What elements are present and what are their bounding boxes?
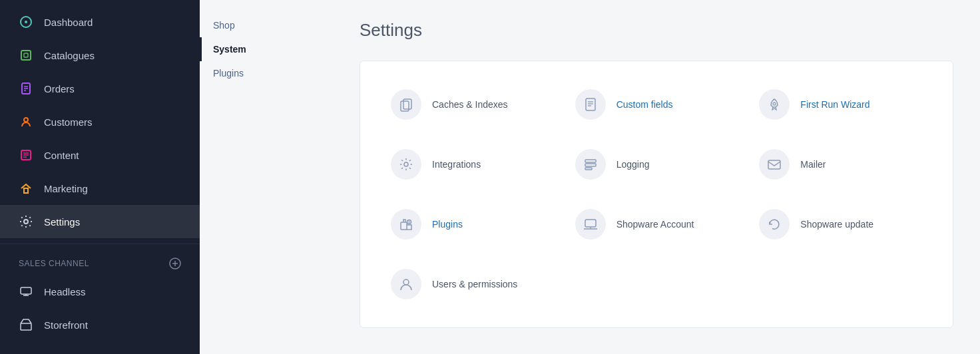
sidebar-item-storefront[interactable]: Storefront xyxy=(0,308,200,341)
settings-item-plugins[interactable]: Plugins xyxy=(380,194,565,254)
sidebar-item-dashboard[interactable]: Dashboard xyxy=(0,5,200,39)
settings-item-shopware-account[interactable]: Shopware Account xyxy=(565,194,749,254)
sales-channel-label: Sales Channel xyxy=(19,259,89,268)
stack-icon xyxy=(575,149,606,180)
settings-item-shopware-update[interactable]: Shopware update xyxy=(748,194,933,254)
svg-rect-21 xyxy=(21,323,31,330)
sales-channel-header: Sales Channel xyxy=(0,250,200,275)
settings-card: Caches & Indexes Custom fields xyxy=(360,61,953,328)
svg-point-8 xyxy=(24,118,28,122)
add-sales-channel-button[interactable] xyxy=(169,258,181,269)
settings-item-caches-indexes[interactable]: Caches & Indexes xyxy=(380,75,565,134)
integrations-label: Integrations xyxy=(432,159,481,170)
sidebar-item-settings-label: Settings xyxy=(44,216,80,228)
plugins-label: Plugins xyxy=(432,219,463,230)
svg-rect-32 xyxy=(585,168,592,170)
settings-item-logging[interactable]: Logging xyxy=(565,134,749,194)
svg-rect-24 xyxy=(586,98,595,110)
user-icon xyxy=(391,269,421,299)
sidebar-item-catalogues-label: Catalogues xyxy=(44,50,95,61)
orders-icon xyxy=(19,81,33,96)
sub-nav-plugins[interactable]: Plugins xyxy=(200,61,333,85)
sidebar-item-catalogues[interactable]: Catalogues xyxy=(0,39,200,72)
gear-icon xyxy=(391,149,421,180)
sidebar-item-headless[interactable]: Headless xyxy=(0,275,200,308)
shopware-account-label: Shopware Account xyxy=(616,219,694,230)
main-content: Shop System Plugins Settings Caches & In… xyxy=(200,0,980,354)
svg-rect-18 xyxy=(21,287,31,294)
svg-point-29 xyxy=(404,162,408,166)
svg-rect-2 xyxy=(21,51,31,60)
sub-sidebar: Shop System Plugins xyxy=(200,0,333,354)
settings-icon xyxy=(19,214,33,229)
settings-item-custom-fields[interactable]: Custom fields xyxy=(565,75,749,134)
laptop-icon xyxy=(575,209,606,240)
sidebar-item-storefront-label: Storefront xyxy=(44,319,88,331)
page-title: Settings xyxy=(360,20,953,41)
settings-item-mailer[interactable]: Mailer xyxy=(748,134,933,194)
copy-icon xyxy=(391,89,421,120)
sidebar-divider xyxy=(0,244,200,244)
dashboard-icon xyxy=(19,15,33,29)
rocket-icon xyxy=(759,89,790,120)
svg-point-40 xyxy=(403,279,409,285)
settings-item-first-run-wizard[interactable]: First Run Wizard xyxy=(748,75,933,134)
sidebar-item-orders-label: Orders xyxy=(44,83,75,94)
sidebar: Dashboard Catalogues Orders xyxy=(0,0,200,354)
shopware-update-label: Shopware update xyxy=(800,219,873,230)
marketing-icon xyxy=(19,181,33,196)
svg-rect-13 xyxy=(24,188,28,193)
sidebar-item-marketing-label: Marketing xyxy=(44,183,88,194)
document-icon xyxy=(575,89,606,120)
mail-icon xyxy=(759,149,790,180)
page-area: Settings Caches & Indexes xyxy=(333,0,980,354)
svg-rect-31 xyxy=(585,164,596,166)
headless-icon xyxy=(19,284,33,299)
plugin-icon xyxy=(391,209,421,240)
sidebar-item-settings[interactable]: Settings xyxy=(0,205,200,238)
sidebar-item-customers[interactable]: Customers xyxy=(0,105,200,138)
svg-point-28 xyxy=(773,102,776,105)
refresh-icon xyxy=(759,209,790,240)
custom-fields-label: Custom fields xyxy=(616,99,673,110)
sidebar-item-content[interactable]: Content xyxy=(0,138,200,172)
sidebar-item-marketing[interactable]: Marketing xyxy=(0,172,200,205)
storefront-icon xyxy=(19,317,33,332)
svg-point-1 xyxy=(25,21,27,23)
sidebar-item-customers-label: Customers xyxy=(44,116,93,128)
svg-rect-3 xyxy=(24,53,28,57)
settings-grid: Caches & Indexes Custom fields xyxy=(380,75,933,314)
settings-item-integrations[interactable]: Integrations xyxy=(380,134,565,194)
caches-indexes-label: Caches & Indexes xyxy=(432,99,508,110)
sidebar-item-headless-label: Headless xyxy=(44,286,86,297)
svg-rect-30 xyxy=(585,160,596,162)
svg-rect-37 xyxy=(585,220,596,227)
settings-item-users-permissions[interactable]: Users & permissions xyxy=(380,254,565,314)
sidebar-item-dashboard-label: Dashboard xyxy=(44,17,93,28)
users-permissions-label: Users & permissions xyxy=(432,279,517,289)
sidebar-item-content-label: Content xyxy=(44,150,79,161)
first-run-wizard-label: First Run Wizard xyxy=(800,99,869,110)
svg-point-14 xyxy=(24,220,28,224)
sidebar-item-orders[interactable]: Orders xyxy=(0,72,200,105)
sidebar-nav: Dashboard Catalogues Orders xyxy=(0,0,200,354)
svg-rect-34 xyxy=(401,222,407,230)
catalogues-icon xyxy=(19,48,33,63)
customers-icon xyxy=(19,114,33,129)
content-icon xyxy=(19,148,33,162)
sub-nav-system[interactable]: System xyxy=(200,37,333,61)
sub-nav-shop[interactable]: Shop xyxy=(200,13,333,37)
svg-rect-33 xyxy=(768,160,780,169)
logging-label: Logging xyxy=(616,159,650,170)
mailer-label: Mailer xyxy=(800,159,826,170)
